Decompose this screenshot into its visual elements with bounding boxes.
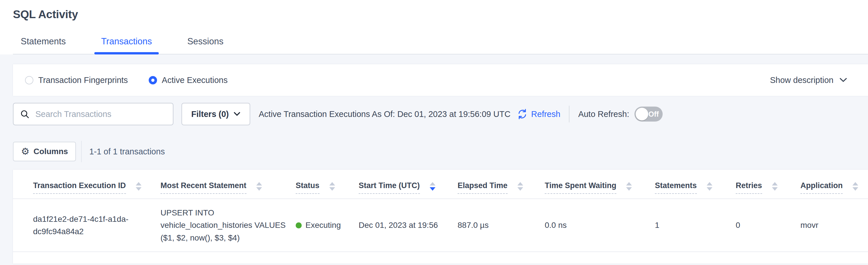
page-title: SQL Activity — [13, 8, 868, 21]
column-header-start-time[interactable]: Start Time (UTC) — [359, 170, 458, 199]
chevron-down-icon — [234, 112, 241, 116]
radio-active-executions[interactable]: Active Executions — [149, 76, 228, 85]
status-label: Executing — [305, 219, 341, 231]
columns-button[interactable]: ⚙ Columns — [13, 142, 76, 161]
transactions-table-card: Transaction Execution ID Most Recent Sta… — [13, 170, 868, 264]
search-icon — [20, 109, 30, 119]
show-description-toggle[interactable]: Show description — [770, 76, 847, 85]
tab-sessions[interactable]: Sessions — [180, 36, 230, 54]
column-header-status[interactable]: Status — [296, 170, 359, 199]
page-body: Transaction Fingerprints Active Executio… — [0, 54, 868, 265]
cell-retries: 0 — [736, 199, 800, 252]
cell-start-time: Dec 01, 2023 at 19:56 — [359, 199, 458, 252]
as-of-timestamp: Active Transaction Executions As Of: Dec… — [259, 109, 510, 119]
column-header-transaction-execution-id[interactable]: Transaction Execution ID — [13, 170, 160, 199]
sort-icon[interactable] — [707, 182, 712, 191]
sort-icon[interactable] — [430, 182, 435, 191]
chevron-down-icon — [839, 78, 847, 83]
sort-icon[interactable] — [772, 182, 778, 191]
column-header-time-spent-waiting[interactable]: Time Spent Waiting — [545, 170, 655, 199]
sort-icon[interactable] — [518, 182, 523, 191]
cell-statements: 1 — [655, 199, 736, 252]
column-header-elapsed-time[interactable]: Elapsed Time — [458, 170, 545, 199]
radio-transaction-fingerprints[interactable]: Transaction Fingerprints — [25, 76, 128, 85]
table-header-row: Transaction Execution ID Most Recent Sta… — [13, 170, 868, 199]
sort-icon[interactable] — [329, 182, 335, 191]
column-header-most-recent-statement[interactable]: Most Recent Statement — [160, 170, 296, 199]
refresh-icon — [517, 109, 528, 120]
toolbar: Filters (0) Active Transaction Execution… — [13, 103, 868, 125]
sort-icon[interactable] — [256, 182, 262, 191]
toggle-knob — [636, 108, 648, 121]
toggle-state-label: Off — [649, 110, 659, 118]
column-header-retries[interactable]: Retries — [736, 170, 800, 199]
results-count: 1-1 of 1 transactions — [89, 147, 165, 156]
auto-refresh-label: Auto Refresh: — [578, 109, 629, 119]
sort-icon[interactable] — [136, 182, 142, 191]
sql-activity-page: SQL Activity Statements Transactions Ses… — [0, 0, 868, 265]
cell-elapsed-time: 887.0 µs — [458, 199, 545, 252]
radio-label: Active Executions — [162, 76, 228, 85]
radio-circle-icon — [149, 76, 157, 84]
show-description-label: Show description — [770, 76, 834, 85]
column-header-statements[interactable]: Statements — [655, 170, 736, 199]
auto-refresh-toggle[interactable]: Off — [634, 107, 663, 122]
filters-button[interactable]: Filters (0) — [182, 103, 250, 125]
controls-divider — [81, 141, 82, 162]
search-box[interactable] — [13, 103, 174, 125]
refresh-label: Refresh — [531, 109, 561, 119]
column-header-application[interactable]: Application — [800, 170, 868, 199]
cell-most-recent-statement: UPSERT INTO vehicle_location_histories V… — [160, 199, 296, 252]
sort-icon[interactable] — [852, 182, 858, 191]
toolbar-divider — [569, 106, 569, 123]
tab-bar: Statements Transactions Sessions — [13, 36, 868, 54]
sort-icon[interactable] — [626, 182, 632, 191]
transactions-table: Transaction Execution ID Most Recent Sta… — [13, 170, 868, 252]
search-input[interactable] — [35, 109, 168, 119]
filters-button-label: Filters (0) — [191, 109, 229, 119]
cell-status: Executing — [296, 199, 359, 252]
executing-status-dot-icon — [296, 222, 302, 229]
page-header: SQL Activity Statements Transactions Ses… — [0, 0, 868, 54]
radio-label: Transaction Fingerprints — [38, 76, 128, 85]
tab-transactions[interactable]: Transactions — [94, 36, 159, 54]
table-controls: ⚙ Columns 1-1 of 1 transactions — [13, 141, 868, 162]
gear-icon: ⚙ — [21, 147, 30, 156]
tab-statements[interactable]: Statements — [14, 36, 73, 54]
view-mode-card: Transaction Fingerprints Active Executio… — [13, 64, 868, 96]
refresh-button[interactable]: Refresh — [517, 109, 561, 120]
cell-transaction-execution-id: da1f21e2-de71-4c1f-a1da-dc9fc94a84a2 — [13, 199, 160, 252]
columns-button-label: Columns — [34, 147, 68, 156]
table-row: da1f21e2-de71-4c1f-a1da-dc9fc94a84a2 UPS… — [13, 199, 868, 252]
cell-application: movr — [800, 199, 868, 252]
radio-circle-icon — [25, 76, 33, 84]
cell-time-spent-waiting: 0.0 ns — [545, 199, 655, 252]
